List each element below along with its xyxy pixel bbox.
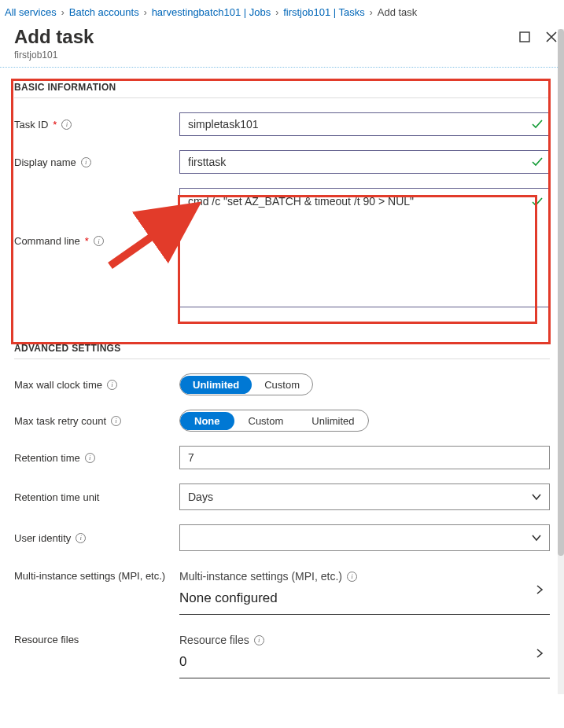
close-icon[interactable] [545, 31, 558, 43]
multi-instance-subsection[interactable]: Multi-instance settings (MPI, etc.) i No… [179, 565, 550, 615]
checkmark-icon [531, 196, 544, 208]
scrollbar-track [558, 29, 564, 694]
chevron-right-icon[interactable] [534, 648, 545, 659]
chevron-right-icon: › [61, 7, 65, 18]
retention-unit-label: Retention time unit [14, 491, 99, 503]
user-identity-select[interactable] [179, 524, 550, 551]
display-name-input[interactable] [179, 150, 550, 174]
resource-files-label: Resource files [14, 634, 79, 645]
chevron-right-icon: › [370, 7, 373, 18]
info-icon[interactable]: i [85, 453, 95, 463]
page-subtitle: firstjob101 [14, 50, 518, 61]
section-advanced-settings: ADVANCED SETTINGS [14, 332, 550, 359]
info-icon[interactable]: i [111, 416, 121, 426]
chevron-right-icon: › [144, 7, 147, 18]
max-wall-clock-label: Max wall clock time [14, 379, 102, 391]
required-indicator: * [53, 119, 57, 131]
info-icon[interactable]: i [61, 119, 72, 130]
retention-unit-select[interactable]: Days [179, 483, 550, 510]
resource-files-header: Resource files [179, 634, 249, 646]
command-line-input[interactable] [179, 188, 550, 307]
info-icon[interactable]: i [94, 236, 104, 246]
pill-custom[interactable]: Custom [234, 412, 298, 430]
breadcrumb-link-batch-account-jobs[interactable]: harvestingbatch101 | Jobs [152, 6, 271, 18]
multi-instance-header: Multi-instance settings (MPI, etc.) [179, 570, 342, 583]
breadcrumb-link-batch-accounts[interactable]: Batch accounts [69, 6, 139, 18]
pill-custom[interactable]: Custom [252, 376, 312, 394]
max-retry-toggle: None Custom Unlimited [179, 410, 369, 432]
pill-unlimited[interactable]: Unlimited [297, 412, 368, 430]
breadcrumb-link-job-tasks[interactable]: firstjob101 | Tasks [283, 6, 365, 18]
page-title: Add task [14, 26, 518, 48]
display-name-label: Display name [14, 156, 76, 168]
task-id-label: Task ID [14, 119, 48, 131]
section-basic-information: BASIC INFORMATION [14, 68, 550, 98]
multi-instance-label: Multi-instance settings (MPI, etc.) [14, 570, 165, 582]
resource-files-value: 0 [179, 654, 550, 670]
retention-time-input[interactable] [179, 446, 550, 469]
breadcrumb-current: Add task [378, 6, 418, 18]
chevron-right-icon: › [275, 7, 278, 18]
info-icon[interactable]: i [81, 157, 91, 167]
chevron-right-icon[interactable] [534, 584, 545, 595]
retention-time-label: Retention time [14, 452, 80, 464]
page-header: Add task firstjob101 [0, 23, 564, 68]
max-wall-clock-toggle: Unlimited Custom [179, 373, 313, 395]
max-retry-label: Max task retry count [14, 415, 106, 427]
pill-unlimited[interactable]: Unlimited [180, 376, 252, 394]
info-icon[interactable]: i [254, 635, 264, 645]
task-id-input[interactable] [179, 112, 550, 136]
svg-rect-0 [520, 32, 529, 42]
maximize-icon[interactable] [518, 31, 531, 43]
required-indicator: * [85, 235, 89, 247]
checkmark-icon [531, 118, 544, 131]
breadcrumb: All services › Batch accounts › harvesti… [0, 0, 564, 23]
multi-instance-value: None configured [179, 590, 550, 606]
info-icon[interactable]: i [107, 380, 117, 390]
checkmark-icon [531, 156, 544, 168]
info-icon[interactable]: i [76, 533, 86, 543]
pill-none[interactable]: None [180, 412, 234, 430]
resource-files-subsection[interactable]: Resource files i 0 [179, 629, 550, 678]
breadcrumb-link-all-services[interactable]: All services [5, 6, 57, 18]
command-line-label: Command line [14, 235, 80, 247]
user-identity-label: User identity [14, 532, 71, 544]
scrollbar-thumb[interactable] [558, 29, 564, 556]
info-icon[interactable]: i [347, 572, 357, 582]
